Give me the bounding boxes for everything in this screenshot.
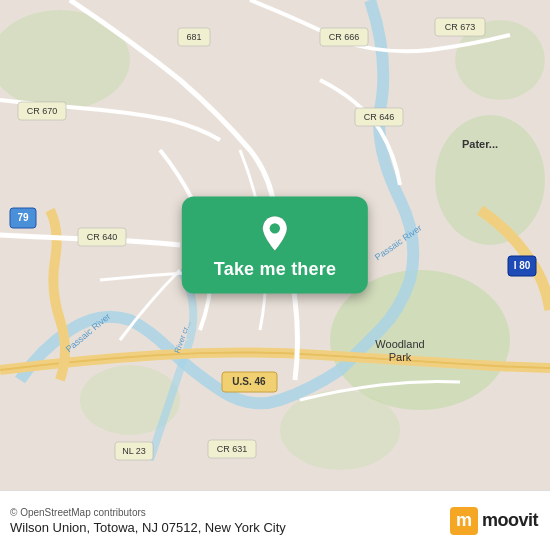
svg-text:CR 666: CR 666 <box>329 32 360 42</box>
bottom-bar: © OpenStreetMap contributors Wilson Unio… <box>0 490 550 550</box>
svg-point-35 <box>270 223 280 233</box>
svg-text:681: 681 <box>186 32 201 42</box>
svg-text:CR 673: CR 673 <box>445 22 476 32</box>
svg-text:CR 646: CR 646 <box>364 112 395 122</box>
location-text: Wilson Union, Totowa, NJ 07512, New York… <box>10 520 286 535</box>
moovit-wordmark: moovit <box>482 510 538 531</box>
svg-text:Pater...: Pater... <box>462 138 498 150</box>
moovit-m-icon: m <box>450 507 478 535</box>
osm-credit: © OpenStreetMap contributors <box>10 507 286 518</box>
svg-point-6 <box>280 390 400 470</box>
map-container: CR 673 CR 666 681 CR 670 CR 646 79 Pater… <box>0 0 550 490</box>
svg-text:CR 670: CR 670 <box>27 106 58 116</box>
svg-text:U.S. 46: U.S. 46 <box>232 376 266 387</box>
svg-text:NL 23: NL 23 <box>122 446 146 456</box>
bottom-left-info: © OpenStreetMap contributors Wilson Unio… <box>10 507 286 535</box>
navigation-button[interactable]: Take me there <box>182 197 368 294</box>
take-me-there-label: Take me there <box>214 259 336 280</box>
svg-point-2 <box>435 115 545 245</box>
svg-text:79: 79 <box>17 212 29 223</box>
take-me-there-overlay[interactable]: Take me there <box>182 197 368 294</box>
svg-text:CR 640: CR 640 <box>87 232 118 242</box>
location-pin-icon <box>256 215 294 253</box>
svg-text:Park: Park <box>389 351 412 363</box>
svg-text:CR 631: CR 631 <box>217 444 248 454</box>
svg-text:I 80: I 80 <box>514 260 531 271</box>
moovit-logo: m moovit <box>450 507 538 535</box>
svg-text:Woodland: Woodland <box>375 338 424 350</box>
